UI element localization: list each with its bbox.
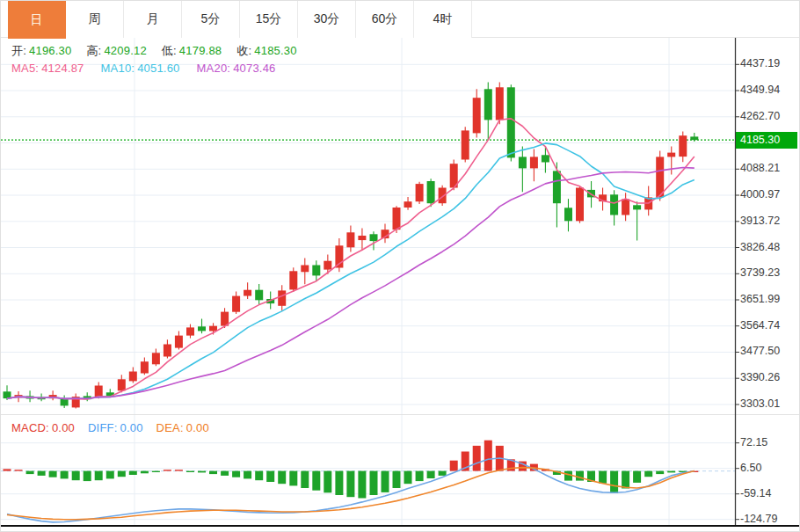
macd-legend: MACD:0.00DIFF:0.00DEA:0.00 <box>11 421 209 434</box>
price-chart-panel[interactable] <box>1 38 735 414</box>
timeframe-tab-4[interactable]: 15分 <box>240 1 298 38</box>
legend-macd-item-2: DEA:0.00 <box>156 421 209 434</box>
legend-ma-item-2: MA20:4073.46 <box>197 62 276 75</box>
legend-ohlc-item-3: 收:4185.30 <box>236 43 296 59</box>
price-axis-label-9: 3564.74 <box>740 319 780 332</box>
price-axis-label-4: 4000.97 <box>740 188 780 200</box>
legend-macd-item-1: DIFF:0.00 <box>88 421 143 434</box>
legend-macd-item-0: MACD:0.00 <box>11 421 75 434</box>
legend-ohlc-item-1: 高:4209.12 <box>86 43 146 59</box>
current-price-tag: 4185.30 <box>736 132 797 149</box>
timeframe-tab-7[interactable]: 4时 <box>414 1 472 38</box>
price-axis-label-5: 3913.72 <box>740 215 780 227</box>
legend-ma-item-0: MA5:4124.87 <box>11 62 84 75</box>
legend-ohlc-item-2: 低:4179.88 <box>162 43 222 59</box>
legend-ma-item-1: MA10:4051.60 <box>101 62 180 75</box>
timeframe-tab-1[interactable]: 周 <box>66 1 124 38</box>
macd-axis-label-0: 72.15 <box>740 436 767 448</box>
price-axis-label-8: 3651.99 <box>740 293 780 305</box>
price-axis-label-12: 3303.01 <box>740 397 780 410</box>
timeframe-tab-6[interactable]: 60分 <box>356 1 414 38</box>
timeframe-tab-5[interactable]: 30分 <box>298 1 356 38</box>
ohlc-legend: 开:4196.30高:4209.12低:4179.88收:4185.30 <box>11 43 297 59</box>
timeframe-tab-2[interactable]: 月 <box>124 1 182 38</box>
timeframe-tab-0[interactable]: 日 <box>8 1 66 39</box>
macd-axis-label-3: -124.79 <box>740 513 777 525</box>
price-axis-label-0: 4437.19 <box>740 57 780 69</box>
macd-axis-label-2: -59.14 <box>740 487 771 499</box>
price-axis-label-1: 4349.94 <box>740 84 780 96</box>
price-axis-label-2: 4262.70 <box>740 110 780 122</box>
timeframe-tab-3[interactable]: 5分 <box>182 1 240 38</box>
price-axis-label-3: 4088.21 <box>740 162 780 174</box>
kline-chart-app: 日周月5分15分30分60分4时 开:4196.30高:4209.12低:417… <box>0 0 800 532</box>
price-axis-label-11: 3390.26 <box>740 371 780 383</box>
timeframe-toolbar: 日周月5分15分30分60分4时 <box>1 1 799 38</box>
price-axis-label-6: 3826.48 <box>740 241 780 253</box>
ma-legend: MA5:4124.87MA10:4051.60MA20:4073.46 <box>11 62 276 75</box>
legend-ohlc-item-0: 开:4196.30 <box>11 43 71 59</box>
macd-axis-label-1: 6.50 <box>740 462 761 474</box>
price-axis-label-10: 3477.50 <box>740 345 780 357</box>
price-axis-label-7: 3739.23 <box>740 266 780 279</box>
